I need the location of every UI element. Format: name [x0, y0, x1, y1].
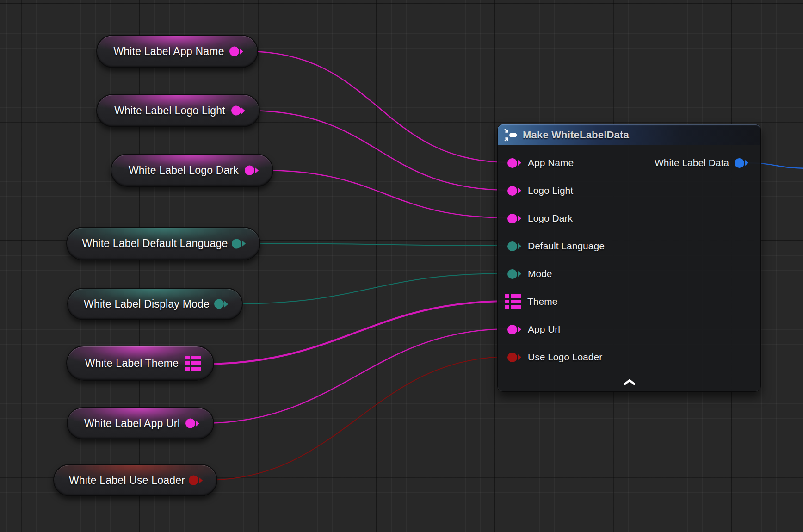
- input-pin-app-url[interactable]: [507, 325, 521, 334]
- pin-circle: [214, 299, 224, 309]
- pin-arrow-tip: [518, 354, 521, 360]
- output-pin-white-label-theme[interactable]: [185, 356, 201, 371]
- pin-circle: [229, 47, 239, 56]
- pin-arrow-tip: [255, 167, 259, 173]
- output-pin-white-label-data[interactable]: [735, 158, 748, 168]
- input-pin-logo-light[interactable]: [507, 186, 521, 196]
- input-pin-row-app-name: App Name: [507, 157, 574, 168]
- node-white-label-app-name[interactable]: White Label App Name: [96, 35, 258, 68]
- output-pin-row: White Label Data: [655, 157, 748, 168]
- wire-string[interactable]: [248, 111, 510, 190]
- input-pin-row-default-language: Default Language: [507, 241, 605, 252]
- input-pin-label: App Url: [528, 324, 560, 335]
- input-pin-row-use-logo-loader: Use Logo Loader: [507, 352, 602, 363]
- node-white-label-logo-dark[interactable]: White Label Logo Dark: [111, 154, 273, 187]
- input-pin-label: Theme: [527, 296, 557, 307]
- output-pin-white-label-logo-dark[interactable]: [245, 166, 259, 175]
- pin-circle: [507, 241, 517, 251]
- input-pin-label: App Name: [528, 157, 574, 168]
- output-pin-label: White Label Data: [655, 157, 729, 168]
- getter-label: White Label Default Language: [72, 237, 254, 250]
- blueprint-graph-canvas[interactable]: White Label App NameWhite Label Logo Lig…: [0, 0, 803, 532]
- make-node-header[interactable]: Make WhiteLabelData: [498, 124, 760, 145]
- make-node-title: Make WhiteLabelData: [523, 129, 629, 141]
- input-pin-default-language[interactable]: [507, 241, 521, 251]
- input-pin-row-logo-light: Logo Light: [507, 185, 573, 196]
- pin-arrow-tip: [199, 477, 203, 483]
- pin-circle: [507, 353, 517, 362]
- input-pin-app-name[interactable]: [507, 158, 521, 168]
- pin-circle: [507, 186, 517, 196]
- input-pin-label: Logo Dark: [528, 213, 573, 224]
- make-struct-icon: [503, 128, 518, 142]
- struct-pin-icon: [185, 356, 201, 371]
- wire-enum[interactable]: [248, 243, 510, 246]
- output-pin-white-label-use-loader[interactable]: [189, 476, 203, 485]
- pin-circle: [507, 325, 517, 334]
- wire-enum[interactable]: [231, 273, 510, 304]
- collapse-chevron[interactable]: [624, 379, 636, 385]
- input-pin-row-logo-dark: Logo Dark: [507, 213, 573, 224]
- pin-circle: [231, 106, 241, 116]
- pin-arrow-tip: [518, 326, 521, 333]
- input-pin-row-mode: Mode: [507, 268, 552, 279]
- node-white-label-display-mode[interactable]: White Label Display Mode: [67, 288, 243, 320]
- pin-arrow-tip: [240, 48, 243, 55]
- output-pin-white-label-default-language[interactable]: [232, 239, 246, 248]
- pin-circle: [507, 269, 517, 279]
- pin-arrow-tip: [241, 107, 245, 114]
- output-pin-white-label-app-name[interactable]: [229, 47, 243, 56]
- input-pin-label: Mode: [528, 268, 552, 279]
- pin-circle: [735, 158, 744, 168]
- input-pin-mode[interactable]: [507, 269, 521, 279]
- input-pin-label: Use Logo Loader: [528, 352, 602, 363]
- output-pin-white-label-app-url[interactable]: [185, 419, 199, 428]
- input-pin-row-theme: Theme: [505, 294, 557, 309]
- wire-string[interactable]: [202, 329, 510, 423]
- pin-arrow-tip: [518, 243, 521, 249]
- pin-circle: [245, 166, 254, 175]
- output-pin-white-label-display-mode[interactable]: [214, 299, 228, 309]
- node-white-label-logo-light[interactable]: White Label Logo Light: [96, 94, 260, 127]
- getter-label: White Label Logo Light: [104, 105, 252, 117]
- pin-arrow-tip: [242, 241, 246, 247]
- getter-label: White Label Logo Dark: [118, 164, 266, 177]
- input-pin-use-logo-loader[interactable]: [507, 353, 521, 362]
- input-pin-row-app-url: App Url: [507, 324, 560, 335]
- input-pin-theme[interactable]: [505, 294, 521, 309]
- getter-label: White Label App Name: [103, 45, 251, 58]
- pin-arrow-tip: [224, 301, 228, 307]
- node-white-label-app-url[interactable]: White Label App Url: [67, 407, 214, 439]
- pin-circle: [185, 419, 195, 428]
- getter-label: White Label Display Mode: [74, 298, 236, 310]
- node-white-label-default-language[interactable]: White Label Default Language: [66, 227, 260, 260]
- node-white-label-theme[interactable]: White Label Theme: [66, 346, 214, 381]
- pin-circle: [507, 158, 517, 168]
- pin-arrow-tip: [518, 160, 521, 166]
- pin-arrow-tip: [518, 187, 521, 194]
- input-pin-label: Logo Light: [528, 185, 573, 196]
- input-pin-label: Default Language: [528, 241, 605, 252]
- input-pin-logo-dark[interactable]: [507, 214, 521, 223]
- pin-arrow-tip: [745, 160, 748, 166]
- pin-arrow-tip: [518, 215, 521, 222]
- pin-circle: [507, 214, 517, 223]
- pin-arrow-tip: [196, 420, 199, 427]
- node-white-label-use-loader[interactable]: White Label Use Loader: [53, 464, 217, 496]
- node-make-whitelabeldata[interactable]: Make WhiteLabelData App NameLogo LightLo…: [497, 124, 761, 392]
- pin-circle: [189, 476, 198, 485]
- wire-string[interactable]: [261, 170, 510, 218]
- output-pin-white-label-logo-light[interactable]: [231, 106, 245, 116]
- pin-circle: [232, 239, 241, 248]
- struct-pin-icon: [505, 294, 521, 309]
- pin-arrow-tip: [518, 271, 521, 277]
- wire-string[interactable]: [246, 51, 510, 162]
